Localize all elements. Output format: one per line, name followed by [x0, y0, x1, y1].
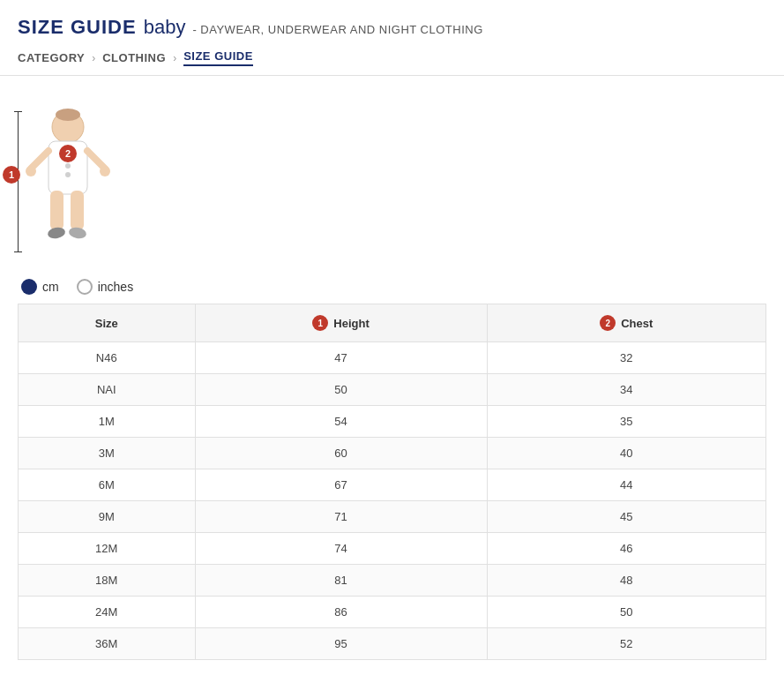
- svg-point-11: [65, 163, 71, 169]
- cell-size: 12M: [19, 533, 196, 565]
- badge-height-col: 1: [312, 315, 328, 331]
- col-header-size: Size: [19, 304, 196, 342]
- table-row: NAI5034: [19, 374, 766, 406]
- baby-figure: 2 1: [22, 102, 110, 252]
- cell-height: 67: [195, 469, 487, 501]
- cell-height: 95: [195, 628, 487, 660]
- unit-selector: cm inches: [21, 279, 766, 295]
- table-header-row: Size 1 Height 2 Chest: [19, 304, 766, 342]
- table-row: N464732: [19, 342, 766, 374]
- cell-size: 6M: [19, 469, 196, 501]
- svg-point-12: [65, 172, 71, 177]
- main-content: 2 1 cm inches Size 1: [0, 76, 784, 678]
- cell-height: 47: [195, 342, 487, 374]
- size-table: Size 1 Height 2 Chest N464732NAI50341M54…: [18, 304, 766, 660]
- col-header-height: 1 Height: [195, 304, 487, 342]
- cell-height: 81: [195, 565, 487, 597]
- breadcrumb: CATEGORY › CLOTHING › SIZE GUIDE: [18, 49, 766, 66]
- figure-section: 2 1: [18, 102, 766, 252]
- svg-point-1: [56, 109, 80, 121]
- cell-height: 71: [195, 501, 487, 533]
- title-row: SIZE GUIDE baby - DAYWEAR, UNDERWEAR AND…: [18, 16, 766, 39]
- cell-size: 24M: [19, 597, 196, 628]
- table-row: 24M8650: [19, 597, 766, 628]
- col-header-chest: 2 Chest: [487, 304, 765, 342]
- svg-rect-7: [50, 191, 63, 230]
- breadcrumb-clothing[interactable]: CLOTHING: [102, 51, 166, 64]
- cell-chest: 34: [487, 374, 765, 406]
- height-line: [18, 111, 19, 252]
- breadcrumb-sep-2: ›: [173, 52, 176, 64]
- cell-chest: 52: [487, 628, 765, 660]
- svg-rect-8: [71, 191, 84, 230]
- svg-line-3: [31, 151, 49, 169]
- svg-point-5: [26, 166, 36, 176]
- svg-point-10: [68, 226, 87, 239]
- page-title-sub: baby: [144, 16, 186, 39]
- table-row: 3M6040: [19, 438, 766, 469]
- table-row: 9M7145: [19, 501, 766, 533]
- cell-size: N46: [19, 342, 196, 374]
- breadcrumb-sep-1: ›: [92, 52, 95, 64]
- cell-height: 60: [195, 438, 487, 469]
- cell-chest: 40: [487, 438, 765, 469]
- table-row: 12M7446: [19, 533, 766, 565]
- badge-chest-col: 2: [600, 315, 616, 331]
- table-row: 36M9552: [19, 628, 766, 660]
- height-line-bar: [18, 111, 19, 252]
- table-body: N464732NAI50341M54353M60406M67449M714512…: [19, 342, 766, 660]
- cell-size: 9M: [19, 501, 196, 533]
- page-title-main: SIZE GUIDE: [18, 16, 137, 39]
- cell-size: 36M: [19, 628, 196, 660]
- cell-chest: 50: [487, 597, 765, 628]
- table-row: 1M5435: [19, 406, 766, 438]
- unit-label-cm: cm: [42, 280, 59, 294]
- unit-label-inches: inches: [98, 280, 133, 294]
- badge-height: 1: [3, 166, 20, 184]
- svg-text:2: 2: [65, 148, 71, 159]
- cell-size: 1M: [19, 406, 196, 438]
- cell-chest: 35: [487, 406, 765, 438]
- page-title-desc: - DAYWEAR, UNDERWEAR AND NIGHT CLOTHING: [192, 23, 482, 36]
- svg-point-6: [100, 166, 110, 176]
- radio-cm-selected[interactable]: [21, 279, 37, 295]
- baby-svg: 2: [22, 102, 110, 252]
- cell-height: 86: [195, 597, 487, 628]
- cell-size: 18M: [19, 565, 196, 597]
- cell-chest: 48: [487, 565, 765, 597]
- cell-height: 74: [195, 533, 487, 565]
- cell-chest: 46: [487, 533, 765, 565]
- cell-size: 3M: [19, 438, 196, 469]
- breadcrumb-category[interactable]: CATEGORY: [18, 51, 85, 64]
- unit-option-cm[interactable]: cm: [21, 279, 59, 295]
- unit-option-inches[interactable]: inches: [77, 279, 133, 295]
- cell-chest: 32: [487, 342, 765, 374]
- cell-chest: 44: [487, 469, 765, 501]
- cell-height: 50: [195, 374, 487, 406]
- table-row: 6M6744: [19, 469, 766, 501]
- cell-chest: 45: [487, 501, 765, 533]
- table-row: 18M8148: [19, 565, 766, 597]
- figure-wrapper: 2 1: [18, 102, 110, 252]
- cell-height: 54: [195, 406, 487, 438]
- radio-inches[interactable]: [77, 279, 93, 295]
- page-header: SIZE GUIDE baby - DAYWEAR, UNDERWEAR AND…: [0, 0, 784, 76]
- breadcrumb-size-guide[interactable]: SIZE GUIDE: [183, 49, 253, 66]
- svg-point-9: [47, 226, 66, 239]
- svg-line-4: [87, 151, 105, 169]
- cell-size: NAI: [19, 374, 196, 406]
